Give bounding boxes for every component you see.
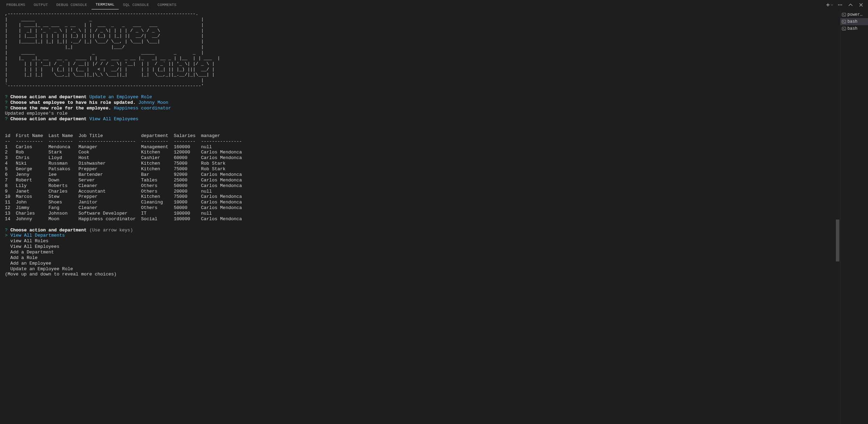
panel-tabs: PROBLEMS OUTPUT DEBUG CONSOLE TERMINAL S… — [0, 0, 868, 10]
scrollbar-thumb[interactable] — [836, 220, 839, 261]
svg-point-2 — [841, 4, 842, 5]
terminal-icon — [842, 27, 846, 31]
tab-debug-console[interactable]: DEBUG CONSOLE — [52, 0, 91, 9]
tab-comments[interactable]: COMMENTS — [153, 0, 181, 9]
terminal-item-label: bash — [847, 19, 858, 24]
terminal-list: power… bash bash — [840, 10, 868, 424]
svg-rect-3 — [842, 13, 846, 16]
terminal-viewport[interactable]: ,---------------------------------------… — [0, 10, 840, 424]
maximize-panel-button[interactable] — [847, 1, 854, 8]
svg-rect-5 — [842, 27, 846, 30]
tab-terminal[interactable]: TERMINAL — [91, 0, 119, 9]
panel-actions — [826, 1, 866, 8]
terminal-item-powershell[interactable]: power… — [840, 11, 868, 18]
chevron-up-icon — [848, 2, 853, 7]
tab-output[interactable]: OUTPUT — [29, 0, 52, 9]
terminal-icon — [842, 20, 846, 24]
close-panel-button[interactable] — [858, 1, 865, 8]
new-terminal-button[interactable] — [826, 1, 833, 8]
terminal-icon — [842, 13, 846, 17]
svg-rect-4 — [842, 20, 846, 23]
terminal-item-label: power… — [847, 12, 862, 17]
plus-icon — [826, 2, 830, 7]
tab-sql-console[interactable]: SQL CONSOLE — [119, 0, 153, 9]
more-icon[interactable] — [837, 1, 844, 8]
terminal-output: ,---------------------------------------… — [0, 10, 840, 279]
close-icon — [859, 2, 863, 7]
tab-problems[interactable]: PROBLEMS — [2, 0, 29, 9]
terminal-item-bash-2[interactable]: bash — [840, 25, 868, 32]
terminal-item-bash-1[interactable]: bash — [840, 18, 868, 25]
terminal-item-label: bash — [847, 26, 858, 31]
svg-point-1 — [840, 4, 840, 5]
chevron-down-icon — [831, 3, 833, 7]
svg-point-0 — [838, 4, 839, 5]
